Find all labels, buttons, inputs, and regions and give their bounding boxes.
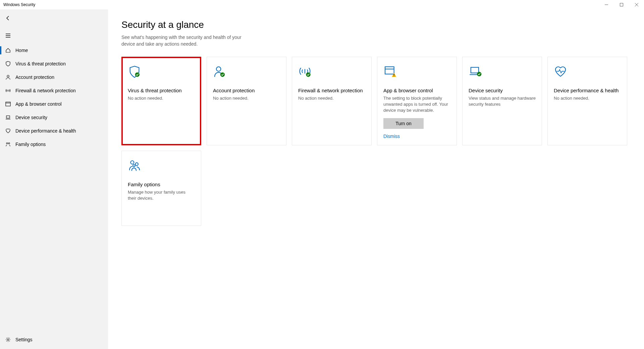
tile-desc: No action needed. [298,95,365,101]
nav-app-browser[interactable]: App & browser control [0,97,108,111]
tile-performance[interactable]: Device performance & health No action ne… [547,57,627,145]
person-icon [5,74,11,80]
browser-large-icon [383,65,450,81]
svg-point-24 [477,72,481,76]
nav-family[interactable]: Family options [0,138,108,151]
nav-label: Home [15,48,28,53]
hamburger-button[interactable] [0,29,16,42]
nav-firewall[interactable]: Firewall & network protection [0,84,108,97]
svg-point-16 [220,72,225,77]
minimize-button[interactable] [599,0,614,9]
tile-desc: View status and manage hardware security… [469,95,536,107]
tile-desc: No action needed. [128,95,195,101]
svg-rect-18 [385,67,394,74]
svg-point-11 [6,143,8,144]
nav-virus[interactable]: Virus & threat protection [0,57,108,70]
tile-title: Virus & threat protection [128,87,195,94]
svg-point-7 [7,75,9,77]
svg-point-25 [130,161,134,164]
turn-on-button[interactable]: Turn on [383,118,424,129]
tile-device-security[interactable]: Device security View status and manage h… [462,57,542,145]
content: Security at a glance See what's happenin… [108,9,644,349]
page-subtitle: See what's happening with the security a… [121,34,256,47]
nav-label: Family options [15,142,46,147]
signal-large-icon [298,65,365,81]
svg-point-17 [306,72,310,77]
dismiss-link[interactable]: Dismiss [383,134,450,139]
svg-rect-10 [6,116,10,118]
tile-title: Account protection [213,87,280,94]
sidebar: Home Virus & threat protection Account p… [0,9,108,349]
back-button[interactable] [0,11,16,25]
heart-icon [5,128,11,134]
tile-desc: No action needed. [554,95,621,101]
window-controls [599,0,644,9]
settings-label: Settings [15,337,33,342]
tile-desc: The setting to block potentially unwante… [383,95,450,114]
svg-point-26 [136,163,138,165]
window-title: Windows Security [0,2,35,7]
tile-family[interactable]: Family options Manage how your family us… [121,151,201,226]
nav-account[interactable]: Account protection [0,70,108,84]
tile-app-browser[interactable]: App & browser control The setting to blo… [377,57,457,145]
gear-icon [5,337,11,342]
svg-point-27 [133,165,135,167]
laptop-icon [5,115,11,120]
svg-point-12 [8,143,10,144]
nav-device-security[interactable]: Device security [0,111,108,124]
svg-point-22 [394,76,394,77]
tile-account[interactable]: Account protection No action needed. [207,57,286,145]
family-icon [5,142,11,147]
tile-title: App & browser control [383,87,450,94]
signal-icon [5,88,11,93]
nav-label: Device performance & health [15,128,76,134]
shield-large-icon [128,65,195,81]
maximize-button[interactable] [614,0,629,9]
tile-title: Firewall & network protection [298,87,365,94]
tiles-grid: Virus & threat protection No action need… [121,57,631,226]
nav-label: Firewall & network protection [15,88,76,93]
main-area: Home Virus & threat protection Account p… [0,9,644,349]
tile-firewall[interactable]: Firewall & network protection No action … [292,57,372,145]
nav-settings[interactable]: Settings [0,333,108,346]
svg-point-14 [135,72,140,77]
svg-point-13 [7,339,9,341]
nav-performance[interactable]: Device performance & health [0,124,108,138]
home-icon [5,48,11,53]
nav-label: Virus & threat protection [15,61,66,66]
laptop-large-icon [469,65,536,81]
tile-desc: No action needed. [213,95,280,101]
tile-title: Device performance & health [554,87,621,94]
svg-rect-1 [620,3,623,6]
nav-list: Home Virus & threat protection Account p… [0,44,108,151]
shield-icon [5,61,11,66]
svg-rect-8 [6,102,10,106]
tile-virus-threat[interactable]: Virus & threat protection No action need… [121,57,201,145]
titlebar: Windows Security [0,0,644,9]
browser-icon [5,101,11,107]
person-large-icon [213,65,280,81]
nav-label: Account protection [15,74,54,80]
nav-label: Device security [15,115,47,120]
tile-title: Device security [469,87,536,94]
heart-large-icon [554,65,621,81]
svg-point-15 [216,67,221,71]
tile-title: Family options [128,181,195,188]
nav-home[interactable]: Home [0,44,108,57]
page-title: Security at a glance [121,19,631,30]
svg-rect-23 [471,67,479,73]
close-button[interactable] [629,0,644,9]
family-large-icon [128,159,195,175]
nav-label: App & browser control [15,101,62,107]
tile-desc: Manage how your family uses their device… [128,189,195,201]
